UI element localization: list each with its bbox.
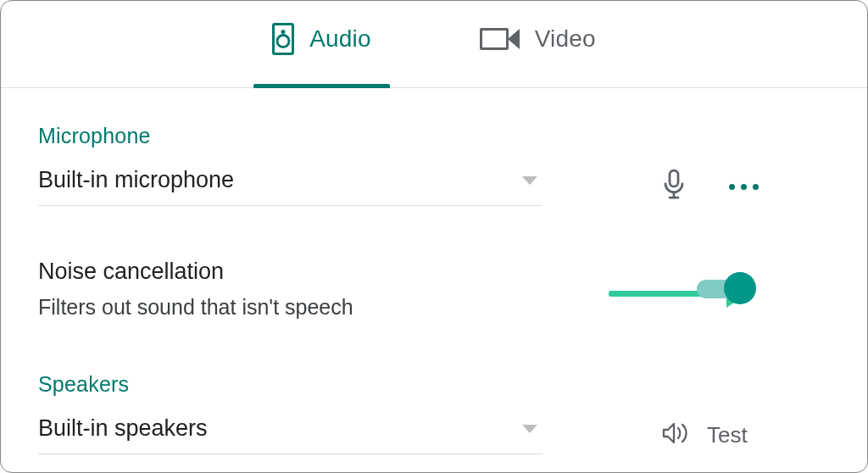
svg-rect-0 bbox=[670, 170, 678, 186]
volume-icon bbox=[661, 420, 690, 449]
chevron-down-icon bbox=[522, 425, 537, 433]
noise-cancellation-toggle[interactable] bbox=[697, 280, 749, 298]
test-label: Test bbox=[707, 422, 748, 448]
noise-title: Noise cancellation bbox=[38, 259, 353, 285]
speakers-value: Built-in speakers bbox=[38, 415, 208, 442]
toggle-knob bbox=[724, 272, 756, 304]
test-speakers-button[interactable]: Test bbox=[661, 420, 748, 449]
mic-icon[interactable] bbox=[661, 169, 687, 204]
microphone-value: Built-in microphone bbox=[38, 167, 234, 193]
microphone-select[interactable]: Built-in microphone bbox=[38, 167, 542, 206]
tab-video[interactable]: Video bbox=[476, 25, 599, 70]
microphone-heading: Microphone bbox=[38, 124, 830, 148]
video-icon bbox=[480, 28, 520, 50]
chevron-down-icon bbox=[522, 176, 537, 185]
tab-audio-label: Audio bbox=[309, 25, 371, 53]
noise-cancellation-text: Noise cancellation Filters out sound tha… bbox=[38, 259, 353, 320]
more-icon[interactable] bbox=[729, 184, 759, 190]
speakers-heading: Speakers bbox=[38, 372, 830, 397]
settings-tabs: Audio Video bbox=[1, 1, 867, 88]
noise-desc: Filters out sound that isn't speech bbox=[38, 295, 353, 320]
tab-audio[interactable]: Audio bbox=[269, 23, 375, 72]
speakers-select[interactable]: Built-in speakers bbox=[38, 415, 542, 454]
speaker-icon bbox=[272, 23, 294, 55]
tab-video-label: Video bbox=[535, 25, 596, 53]
